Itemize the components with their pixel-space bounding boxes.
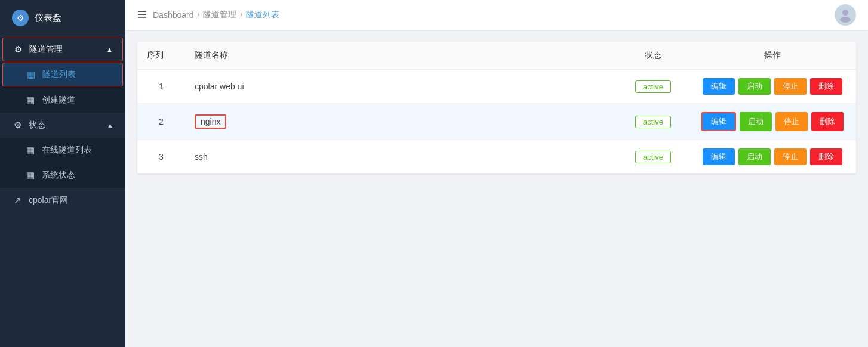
action-button-group: 编辑启动停止删除 [698, 112, 847, 131]
stop-button[interactable]: 停止 [774, 148, 807, 165]
dashboard-icon: ⚙ [12, 10, 29, 26]
sidebar-logo[interactable]: ⚙ 仪表盘 [0, 0, 125, 36]
external-link-icon: ↗ [12, 195, 23, 206]
breadcrumb-sep-2: / [240, 10, 242, 20]
content-area: 序列 隧道名称 状态 操作 1cpolar web uiactive编辑启动停止… [125, 30, 868, 347]
col-header-name: 隧道名称 [185, 42, 617, 70]
breadcrumb-tunnel-list[interactable]: 隧道列表 [246, 10, 279, 20]
sidebar-item-system-status[interactable]: ▦ 系统状态 [0, 163, 125, 188]
delete-button[interactable]: 删除 [810, 78, 842, 95]
sidebar-item-system-status-label: 系统状态 [42, 170, 75, 181]
table-header-row: 序列 隧道名称 状态 操作 [137, 42, 856, 70]
cell-actions: 编辑启动停止删除 [689, 70, 856, 104]
cell-status: active [617, 70, 689, 104]
cell-seq: 1 [137, 70, 185, 104]
edit-button[interactable]: 编辑 [703, 148, 735, 165]
breadcrumb-dashboard[interactable]: Dashboard [153, 10, 194, 20]
tunnel-table-card: 序列 隧道名称 状态 操作 1cpolar web uiactive编辑启动停止… [137, 42, 856, 174]
table-row: 2nginxactive编辑启动停止删除 [137, 104, 856, 140]
tunnel-name: nginx [195, 114, 226, 129]
tunnel-name: cpolar web ui [195, 82, 244, 91]
svg-point-1 [840, 17, 851, 23]
status-badge: active [635, 151, 671, 163]
sidebar-item-cpolar-label: cpolar官网 [29, 195, 68, 206]
start-button[interactable]: 启动 [740, 112, 772, 131]
breadcrumb: Dashboard / 隧道管理 / 隧道列表 [153, 10, 279, 20]
stop-button[interactable]: 停止 [775, 112, 808, 131]
action-button-group: 编辑启动停止删除 [698, 148, 847, 165]
menu-icon[interactable]: ☰ [137, 8, 147, 21]
tunnel-management-icon: ⚙ [13, 44, 23, 55]
sidebar-item-tunnel-list[interactable]: ▦ 隧道列表 [2, 63, 123, 86]
sidebar-item-tunnel-management-label: 隧道管理 [29, 44, 63, 55]
cell-seq: 2 [137, 104, 185, 140]
tunnel-table: 序列 隧道名称 状态 操作 1cpolar web uiactive编辑启动停止… [137, 42, 856, 174]
breadcrumb-sep-1: / [198, 10, 200, 20]
sidebar-section-tunnel: ⚙ 隧道管理 ▲ ▦ 隧道列表 ▦ 创建隧道 [0, 36, 125, 113]
sidebar: ⚙ 仪表盘 ⚙ 隧道管理 ▲ ▦ 隧道列表 ▦ 创建隧道 ⚙ 状态 ▲ [0, 0, 125, 347]
sidebar-item-status[interactable]: ⚙ 状态 ▲ [0, 113, 125, 138]
system-status-icon: ▦ [25, 170, 36, 181]
breadcrumb-tunnel-management[interactable]: 隧道管理 [203, 10, 236, 20]
sidebar-item-create-tunnel[interactable]: ▦ 创建隧道 [0, 88, 125, 113]
cell-name: nginx [185, 104, 617, 140]
cell-name: cpolar web ui [185, 70, 617, 104]
col-header-status: 状态 [617, 42, 689, 70]
start-button[interactable]: 启动 [738, 148, 771, 165]
create-tunnel-icon: ▦ [25, 95, 36, 106]
sidebar-item-status-label: 状态 [29, 120, 45, 131]
sidebar-item-create-tunnel-label: 创建隧道 [42, 95, 75, 106]
cell-seq: 3 [137, 140, 185, 174]
table-row: 1cpolar web uiactive编辑启动停止删除 [137, 70, 856, 104]
chevron-up-icon: ▲ [106, 46, 113, 53]
sidebar-item-cpolar-website[interactable]: ↗ cpolar官网 [0, 188, 125, 213]
cell-actions: 编辑启动停止删除 [689, 140, 856, 174]
avatar[interactable] [835, 4, 856, 26]
delete-button[interactable]: 删除 [810, 148, 842, 165]
sidebar-item-online-tunnel-list[interactable]: ▦ 在线隧道列表 [0, 138, 125, 163]
chevron-up-icon-status: ▲ [107, 122, 113, 129]
online-tunnel-icon: ▦ [25, 145, 36, 156]
status-badge: active [635, 80, 671, 93]
start-button[interactable]: 启动 [738, 78, 771, 95]
sidebar-sub-tunnel: ▦ 隧道列表 ▦ 创建隧道 [0, 63, 125, 113]
delete-button[interactable]: 删除 [811, 112, 844, 131]
status-badge: active [635, 116, 671, 128]
topbar: ☰ Dashboard / 隧道管理 / 隧道列表 [125, 0, 868, 30]
sidebar-item-tunnel-list-label: 隧道列表 [42, 69, 76, 80]
cell-status: active [617, 104, 689, 140]
edit-button[interactable]: 编辑 [703, 78, 735, 95]
action-button-group: 编辑启动停止删除 [698, 78, 847, 95]
sidebar-logo-label: 仪表盘 [35, 13, 61, 24]
cell-status: active [617, 140, 689, 174]
topbar-left: ☰ Dashboard / 隧道管理 / 隧道列表 [137, 8, 279, 21]
status-icon: ⚙ [12, 120, 23, 131]
sidebar-section-status: ⚙ 状态 ▲ ▦ 在线隧道列表 ▦ 系统状态 [0, 113, 125, 188]
sidebar-item-tunnel-management[interactable]: ⚙ 隧道管理 ▲ [2, 38, 123, 61]
col-header-actions: 操作 [689, 42, 856, 70]
tunnel-name: ssh [195, 152, 208, 162]
svg-point-0 [842, 10, 848, 16]
main: ☰ Dashboard / 隧道管理 / 隧道列表 序列 隧道名称 [125, 0, 868, 347]
table-row: 3sshactive编辑启动停止删除 [137, 140, 856, 174]
tunnel-list-icon: ▦ [26, 69, 36, 80]
stop-button[interactable]: 停止 [774, 78, 807, 95]
col-header-seq: 序列 [137, 42, 185, 70]
sidebar-sub-status: ▦ 在线隧道列表 ▦ 系统状态 [0, 138, 125, 188]
cell-name: ssh [185, 140, 617, 174]
sidebar-item-online-tunnel-label: 在线隧道列表 [42, 145, 92, 156]
cell-actions: 编辑启动停止删除 [689, 104, 856, 140]
edit-button[interactable]: 编辑 [701, 112, 736, 131]
